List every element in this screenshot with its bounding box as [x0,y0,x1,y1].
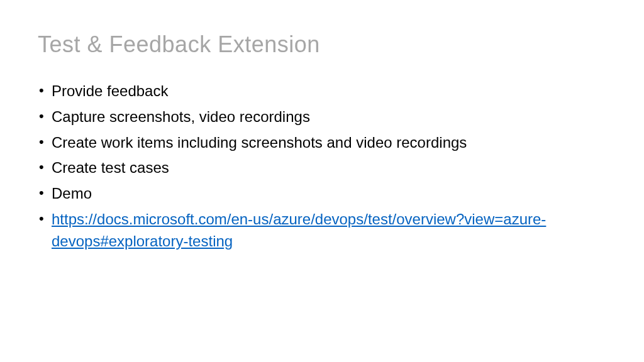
list-item: Create test cases [38,157,606,179]
list-item: Create work items including screenshots … [38,132,606,154]
docs-link[interactable]: https://docs.microsoft.com/en-us/azure/d… [52,211,546,250]
list-item: Demo [38,183,606,205]
slide-title: Test & Feedback Extension [38,31,606,58]
list-item: Capture screenshots, video recordings [38,106,606,128]
bullet-list: Provide feedback Capture screenshots, vi… [38,80,606,253]
list-item-link: https://docs.microsoft.com/en-us/azure/d… [38,209,606,253]
list-item: Provide feedback [38,80,606,102]
